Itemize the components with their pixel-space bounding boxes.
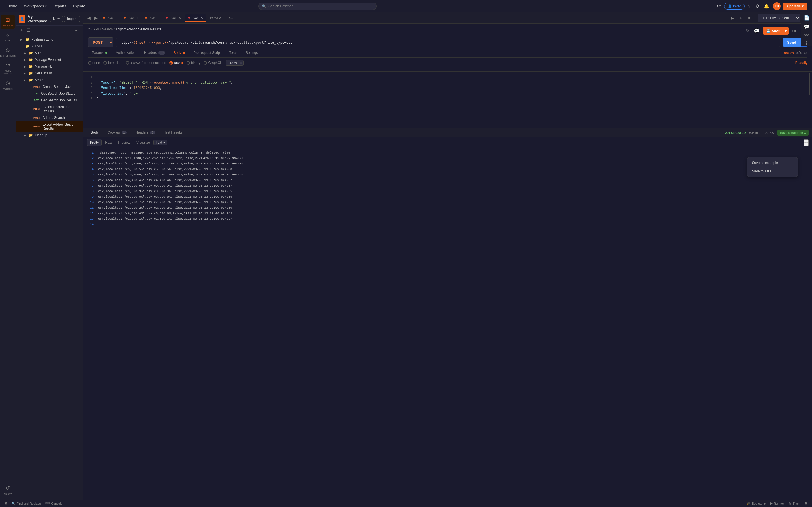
body-option-urlencoded[interactable]: x-www-form-urlencoded xyxy=(126,61,166,65)
folder-manage-hei[interactable]: ▶ 📂 Manage HEI xyxy=(16,63,83,70)
folder-manage-eventset[interactable]: ▶ 📂 Manage Eventset xyxy=(16,56,83,63)
resp-tab-cookies[interactable]: Cookies 1 xyxy=(103,128,130,137)
sync-icon[interactable]: ⟳ xyxy=(716,2,722,10)
resp-tab-test-results[interactable]: Test Results xyxy=(160,128,186,137)
workspaces-menu[interactable]: Workspaces ▾ xyxy=(21,2,49,10)
resp-tab-headers[interactable]: Headers 8 xyxy=(132,128,159,137)
bootcamp-button[interactable]: 🎓 Bootcamp xyxy=(747,502,766,505)
trash-button[interactable]: 🗑 Trash xyxy=(788,502,801,505)
folder-get-data-in[interactable]: ▶ 📂 Get Data In xyxy=(16,70,83,76)
resp-tab-body[interactable]: Body xyxy=(87,128,102,137)
search-bar[interactable]: 🔍 Search Postman xyxy=(258,3,377,10)
format-pretty[interactable]: Pretty xyxy=(87,139,102,146)
tab-3[interactable]: POST ( xyxy=(142,14,162,22)
environment-selector[interactable]: YHP Environment xyxy=(758,14,800,22)
body-option-raw[interactable]: raw xyxy=(169,61,183,65)
cookies-link[interactable]: Cookies xyxy=(781,51,794,55)
runner-button[interactable]: ▶ Runner xyxy=(770,502,784,505)
sidebar-item-history[interactable]: ↺ History xyxy=(1,483,15,497)
breadcrumb-item-1[interactable]: YH API xyxy=(88,27,99,31)
tab-headers[interactable]: Headers 10 xyxy=(140,48,169,57)
upgrade-button[interactable]: Upgrade ▾ xyxy=(783,3,808,10)
sidebar-item-apis[interactable]: ⟐ APIs xyxy=(1,30,15,44)
tab-5-active[interactable]: POST A xyxy=(185,14,206,22)
format-raw[interactable]: Raw xyxy=(102,139,115,146)
settings-icon[interactable]: ⚙ xyxy=(754,2,760,10)
format-visualize[interactable]: Visualize xyxy=(134,139,153,146)
body-option-graphql[interactable]: GraphQL xyxy=(204,61,222,65)
body-option-binary[interactable]: binary xyxy=(187,61,200,65)
save-dropdown-button[interactable]: ▾ xyxy=(783,27,789,35)
filter-button[interactable]: ☰ xyxy=(26,27,31,33)
filter-response-button[interactable]: ⚏ xyxy=(804,139,809,146)
tab-4[interactable]: POST B xyxy=(163,14,184,22)
request-export-adhoc-search-results[interactable]: POST Export Ad-hoc Search Results xyxy=(16,121,83,132)
url-input[interactable]: http://{{host}}:{{port}}/api/search/v1.0… xyxy=(116,38,780,47)
right-panel-comment[interactable]: 💬 xyxy=(803,23,811,30)
right-panel-docs[interactable]: 📄 xyxy=(803,15,811,21)
new-button[interactable]: New xyxy=(50,16,63,22)
tab-1[interactable]: POST ( xyxy=(100,14,120,22)
breadcrumb-item-2[interactable]: Search xyxy=(102,27,113,31)
import-button[interactable]: Import xyxy=(64,16,80,22)
tab-7[interactable]: Y... xyxy=(225,14,236,22)
save-to-file-option[interactable]: Save to a file xyxy=(748,167,798,175)
format-preview[interactable]: Preview xyxy=(115,139,133,146)
request-create-search-job[interactable]: POST Create Search Job xyxy=(16,83,83,90)
folder-cleanup[interactable]: ▶ 📂 Cleanup xyxy=(16,132,83,138)
avatar[interactable]: YH xyxy=(773,2,781,10)
body-option-form-data[interactable]: form-data xyxy=(103,61,122,65)
explore-link[interactable]: Explore xyxy=(70,2,88,10)
request-get-search-job-results[interactable]: GET Get Search Job Results xyxy=(16,97,83,104)
right-panel-info[interactable]: ℹ xyxy=(805,40,809,47)
tab-forward-nav[interactable]: ▶ xyxy=(729,15,735,21)
bottom-layout-toggle[interactable]: ⊟ xyxy=(4,502,7,505)
save-as-example-option[interactable]: Save as example xyxy=(748,159,798,167)
tab-params[interactable]: Params xyxy=(88,48,111,57)
add-collection-button[interactable]: + xyxy=(19,27,24,33)
tab-more-button[interactable]: ••• xyxy=(746,15,753,21)
find-replace-button[interactable]: 🔍 Find and Replace xyxy=(11,502,41,505)
more-options-button[interactable]: ••• xyxy=(73,27,80,33)
comment-button[interactable]: 💬 xyxy=(753,27,761,34)
tab-back-button[interactable]: ◀ xyxy=(86,15,92,21)
request-adhoc-search[interactable]: POST Ad-hoc Search xyxy=(16,114,83,121)
folder-search[interactable]: ▾ 📂 Search xyxy=(16,76,83,83)
request-get-search-job-status[interactable]: GET Get Search Job Status xyxy=(16,90,83,97)
folder-auth[interactable]: ▶ 📂 Auth xyxy=(16,50,83,56)
body-format-selector[interactable]: JSON xyxy=(225,60,244,66)
text-type-selector[interactable]: Text ▾ xyxy=(153,140,167,145)
method-selector[interactable]: POST xyxy=(88,38,113,47)
tab-settings[interactable]: Settings xyxy=(242,48,262,57)
sidebar-item-collections[interactable]: ⊞ Collections xyxy=(1,15,15,29)
tab-forward-button[interactable]: ▶ xyxy=(93,15,99,21)
tab-2[interactable]: POST ( xyxy=(121,14,141,22)
body-code-editor[interactable]: 1 { 2 "query": "SELECT * FROM {{eventset… xyxy=(84,71,812,128)
new-tab-button[interactable]: + xyxy=(738,15,744,21)
fork-icon[interactable]: ⑂ xyxy=(747,3,752,10)
reports-link[interactable]: Reports xyxy=(50,2,69,10)
tab-pre-request-script[interactable]: Pre-request Script xyxy=(190,48,225,57)
tab-6[interactable]: POST A xyxy=(207,14,225,22)
edit-button[interactable]: ✎ xyxy=(745,27,751,34)
right-panel-code[interactable]: </> xyxy=(802,32,810,38)
sidebar-item-environments[interactable]: ⊙ Environments xyxy=(1,45,15,59)
collection-yh-api[interactable]: ▾ 📁 YH API xyxy=(16,43,83,50)
sidebar-item-monitors[interactable]: ◷ Monitors xyxy=(1,78,15,93)
tab-tests[interactable]: Tests xyxy=(225,48,241,57)
tab-body[interactable]: Body xyxy=(170,48,189,57)
code-view-button[interactable]: </> xyxy=(796,51,802,55)
tab-authorization[interactable]: Authorization xyxy=(112,48,140,57)
collection-postman-echo[interactable]: ▶ 📁 Postman Echo xyxy=(16,36,83,43)
notifications-icon[interactable]: 🔔 xyxy=(763,2,770,10)
save-button[interactable]: 💾 Save xyxy=(763,27,783,35)
console-button[interactable]: ⌨ Console xyxy=(45,502,62,505)
more-tab-options[interactable]: ⊕ xyxy=(804,51,808,55)
save-response-button[interactable]: Save Response ▴ xyxy=(777,130,809,136)
layout-options-button[interactable]: ⊞ xyxy=(805,502,808,505)
more-actions-button[interactable]: ••• xyxy=(791,28,797,34)
sidebar-item-mock-servers[interactable]: ⧿ Mock Servers xyxy=(1,60,15,77)
request-export-search-job-results[interactable]: POST Export Search Job Results xyxy=(16,104,83,114)
body-option-none[interactable]: none xyxy=(88,61,100,65)
beautify-button[interactable]: Beautify xyxy=(795,61,808,65)
